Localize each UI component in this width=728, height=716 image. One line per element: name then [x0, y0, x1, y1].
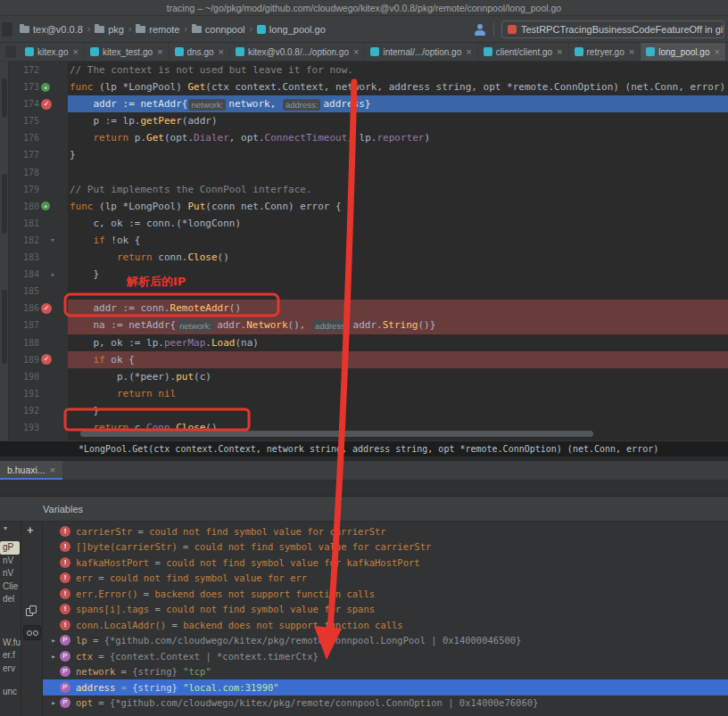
variable-row[interactable]: !spans[i].tags = could not find symbol v…	[43, 602, 728, 618]
frame-item[interactable]: er.f	[0, 649, 21, 663]
expand-chevron-icon[interactable]: ▸	[47, 698, 60, 707]
breadcrumb-item[interactable]: pkg	[92, 24, 127, 35]
breakpoint-icon[interactable]: ✓	[41, 354, 52, 365]
line-number[interactable]: 172	[9, 62, 41, 78]
frame-item[interactable]: nV	[0, 555, 21, 568]
variable-row[interactable]: Paddress = {string} "local.com:31990"	[43, 679, 728, 695]
variable-row[interactable]: !carrierStr = could not find symbol valu…	[43, 523, 728, 539]
variable-row[interactable]: !conn.LocalAddr() = backend does not sup…	[43, 617, 728, 633]
code-line[interactable]: 187 na := netAddr{network:addr.Network()…	[9, 317, 728, 333]
code-line[interactable]: 191 return nil	[9, 385, 728, 402]
editor-tab[interactable]: kitex@v0.0.8/.../option.go×	[230, 43, 365, 61]
editor-tab[interactable]: retryer.go×	[569, 43, 641, 61]
breadcrumb-item[interactable]: long_pool.go	[254, 24, 328, 35]
frame-item[interactable]: Clie	[0, 580, 21, 594]
breakpoint-icon[interactable]: ✓	[41, 303, 52, 314]
line-number[interactable]: 194	[9, 436, 41, 440]
line-number[interactable]: 193	[9, 419, 41, 436]
code-line[interactable]: 180▴func (lp *LongPool) Put(conn net.Con…	[9, 198, 728, 215]
variable-row[interactable]: Pnetwork = {string} "tcp"	[43, 664, 728, 680]
code-line[interactable]: 178	[9, 164, 728, 181]
breadcrumb-item[interactable]: tex@v0.0.8	[17, 24, 86, 35]
close-tab-icon[interactable]: ×	[466, 46, 471, 57]
line-number[interactable]: 179	[9, 181, 41, 198]
frame-item[interactable]: unc	[0, 686, 21, 699]
variable-row[interactable]: ▸Plp = {*github.com/cloudwego/kitex/pkg/…	[43, 633, 728, 649]
copy-icon[interactable]	[26, 605, 37, 617]
variable-row[interactable]: ▸Pctx = {context.Context | *context.time…	[43, 648, 728, 664]
code-line[interactable]: 177}	[9, 146, 728, 163]
code-line[interactable]: 174✓ addr := netAddr{network:network, ad…	[9, 95, 728, 112]
frame-item[interactable]: erv	[0, 663, 21, 676]
frame-item[interactable]: W.fu	[0, 637, 21, 650]
close-tab-icon[interactable]: ×	[72, 46, 78, 57]
fold-icon[interactable]: ▴	[41, 266, 64, 283]
line-number[interactable]: 173	[9, 78, 41, 95]
fold-icon[interactable]: ▾	[41, 232, 64, 249]
implements-icon[interactable]: ▴	[41, 83, 50, 92]
breakpoint-icon[interactable]: ✓	[41, 99, 52, 110]
close-tab-icon[interactable]: ×	[714, 46, 719, 57]
code-line[interactable]: 173▴func (lp *LongPool) Get(ctx context.…	[9, 78, 728, 95]
add-watch-icon[interactable]: +	[27, 523, 34, 537]
code-line[interactable]: 182▾ if !ok {	[9, 232, 728, 249]
line-number[interactable]: 184	[9, 266, 41, 283]
code-line[interactable]: 175 p := lp.getPeer(addr)	[9, 112, 728, 129]
code-line[interactable]: 186✓ addr := conn.RemoteAddr()	[9, 300, 728, 317]
code-line[interactable]: 188 p, ok := lp.peerMap.Load(na)	[9, 334, 728, 351]
close-tab-icon[interactable]: ×	[50, 465, 55, 475]
horizontal-scrollbar[interactable]	[80, 431, 593, 437]
close-tab-icon[interactable]: ×	[353, 46, 359, 57]
code-line[interactable]: 181 c, ok := conn.(*longConn)	[9, 215, 728, 232]
line-number[interactable]: 183	[9, 249, 41, 266]
editor-tab[interactable]: kitex_test.go×	[85, 43, 170, 61]
line-number[interactable]: 175	[9, 112, 41, 129]
code-line[interactable]: 192 }	[9, 402, 728, 419]
user-icon[interactable]	[474, 23, 486, 36]
variable-row[interactable]: !err = could not find symbol value for e…	[43, 571, 728, 587]
close-tab-icon[interactable]: ×	[157, 46, 162, 57]
debug-tab[interactable]: b.huaxi... ×	[0, 461, 62, 480]
breadcrumb-item[interactable]: connpool	[189, 24, 248, 35]
breadcrumb-item[interactable]: remote	[133, 24, 182, 35]
frame-item[interactable]: nV	[0, 567, 21, 580]
implements-icon[interactable]: ▴	[41, 202, 50, 210]
variable-row[interactable]: ![]byte(carrierStr) = could not find sym…	[43, 539, 728, 556]
variable-row[interactable]: !kafkaHostPort = could not find symbol v…	[43, 555, 728, 571]
line-number[interactable]: 176	[9, 129, 41, 146]
editor-tab[interactable]: client/client.go×	[478, 43, 569, 61]
variable-row[interactable]: !err.Error() = backend does not support …	[43, 586, 728, 602]
editor-tab[interactable]: kitex.go×	[20, 43, 85, 61]
code-line[interactable]: 185	[9, 283, 728, 300]
line-number[interactable]: 186	[9, 300, 41, 317]
line-number[interactable]: 188	[9, 334, 41, 351]
code-line[interactable]: 184▴ }	[9, 266, 728, 283]
expand-chevron-icon[interactable]: ▸	[47, 636, 60, 645]
line-number[interactable]: 192	[9, 402, 41, 419]
line-number[interactable]: 191	[9, 385, 41, 402]
line-number[interactable]: 181	[9, 215, 41, 232]
line-number[interactable]: 182	[9, 232, 41, 249]
frame-item[interactable]: gP	[0, 541, 20, 555]
close-tab-icon[interactable]: ×	[557, 46, 562, 57]
line-number[interactable]: 189	[9, 351, 41, 368]
chevron-down-icon[interactable]: ▾	[4, 524, 7, 532]
expand-chevron-icon[interactable]: ▸	[47, 652, 60, 661]
close-tab-icon[interactable]: ×	[629, 46, 634, 57]
line-number[interactable]: 180	[9, 198, 41, 215]
code-line[interactable]: 189✓ if ok {	[9, 351, 728, 368]
editor-tab[interactable]: internal/.../option.go×	[365, 43, 477, 61]
line-number[interactable]: 177	[9, 146, 41, 163]
code-line[interactable]: 172// The context is not used but leave …	[9, 62, 728, 78]
evaluate-glasses-icon[interactable]	[23, 625, 41, 640]
close-tab-icon[interactable]: ×	[219, 46, 224, 57]
editor-tab[interactable]: long_pool.go×	[641, 43, 726, 61]
code-line[interactable]: 179// Put implements the ConnPool interf…	[9, 181, 728, 198]
line-number[interactable]: 185	[9, 283, 41, 300]
run-configuration-selector[interactable]: TestRPCTracingBusinessCodeFeatureOff in …	[501, 21, 724, 38]
code-line[interactable]: 176 return p.Get(opt.Dialer, opt.Connect…	[9, 129, 728, 146]
line-number[interactable]: 187	[9, 317, 41, 333]
frame-item[interactable]: del	[0, 593, 21, 606]
code-line[interactable]: 190 p.(*peer).put(c)	[9, 368, 728, 385]
line-number[interactable]: 174	[9, 95, 41, 112]
